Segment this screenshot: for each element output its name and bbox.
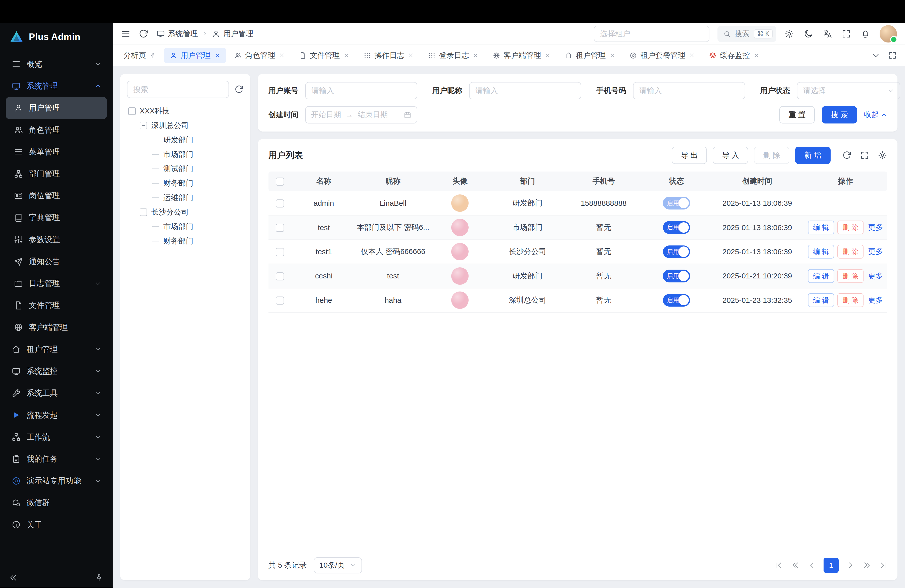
delete-button[interactable]: 删 除 <box>837 245 863 259</box>
sidebar-item-sys-tools[interactable]: 系统工具 <box>6 382 107 404</box>
sidebar-item-wechat-group[interactable]: 微信群 <box>6 492 107 514</box>
tree-node-shenzhen-hq[interactable]: −深圳总公司 <box>127 118 244 133</box>
tree-refresh-icon[interactable] <box>234 85 244 94</box>
sidebar-item-file-mgmt[interactable]: 文件管理 <box>6 294 107 316</box>
tab-file-mgmt[interactable]: 文件管理 <box>293 48 356 63</box>
jump-forward-icon[interactable] <box>862 561 871 569</box>
column-header[interactable]: 操作 <box>804 172 887 191</box>
tab-analysis[interactable]: 分析页 <box>117 48 161 63</box>
row-avatar[interactable] <box>451 219 468 236</box>
sidebar-item-param-settings[interactable]: 参数设置 <box>6 229 107 251</box>
export-button[interactable]: 导 出 <box>672 147 707 164</box>
language-icon[interactable] <box>822 29 832 39</box>
row-avatar[interactable] <box>451 243 468 260</box>
table-settings-gear-icon[interactable] <box>878 151 887 160</box>
close-icon[interactable] <box>753 52 760 59</box>
close-icon[interactable] <box>343 52 349 59</box>
tree-node-cs-finance-dept[interactable]: 财务部门 <box>127 234 244 248</box>
global-search-button[interactable]: 搜索 ⌘ K <box>718 25 776 42</box>
import-button[interactable]: 导 入 <box>713 147 748 164</box>
tree-node-test-dept[interactable]: 测试部门 <box>127 162 244 176</box>
first-page-icon[interactable] <box>775 561 784 569</box>
sidebar-item-my-tasks[interactable]: 我的任务 <box>6 448 107 470</box>
status-toggle[interactable]: 启用 <box>663 245 690 258</box>
next-page-icon[interactable] <box>846 561 855 569</box>
column-header[interactable]: 状态 <box>642 172 710 191</box>
tree-node-changsha-branch[interactable]: −长沙分公司 <box>127 205 244 219</box>
fullscreen-icon[interactable] <box>841 29 851 39</box>
page-size-select[interactable]: 10条/页 <box>314 557 362 574</box>
table-refresh-icon[interactable] <box>842 151 851 160</box>
last-page-icon[interactable] <box>878 561 887 569</box>
close-icon[interactable] <box>689 52 695 59</box>
sidebar-item-tenant-mgmt[interactable]: 租户管理 <box>6 338 107 360</box>
collapse-sidebar-icon[interactable] <box>9 574 18 582</box>
select-all-checkbox[interactable] <box>276 178 284 186</box>
breadcrumb-item-user[interactable]: 用户管理 <box>212 29 253 39</box>
sidebar-item-overview[interactable]: 概览 <box>6 53 107 75</box>
column-header[interactable]: 名称 <box>291 172 356 191</box>
tree-node-rd-dept[interactable]: 研发部门 <box>127 133 244 147</box>
tab-client-mgmt[interactable]: 客户端管理 <box>487 48 557 63</box>
sidebar-item-system-mgmt[interactable]: 系统管理 <box>6 75 107 97</box>
dark-mode-moon-icon[interactable] <box>803 29 813 39</box>
tree-node-cs-market-dept[interactable]: 市场部门 <box>127 219 244 234</box>
tab-tenant-pkg-mgmt[interactable]: 租户套餐管理 <box>624 48 701 63</box>
user-account-input[interactable] <box>305 82 417 99</box>
collapse-filters-link[interactable]: 收起 <box>864 110 887 120</box>
pin-sidebar-icon[interactable] <box>95 574 103 582</box>
tree-collapse-icon[interactable]: − <box>128 107 136 115</box>
refresh-page-icon[interactable] <box>138 29 148 39</box>
delete-button[interactable]: 删 除 <box>837 269 863 283</box>
more-button[interactable]: 更多 <box>868 271 883 281</box>
row-avatar[interactable] <box>451 267 468 285</box>
status-toggle[interactable]: 启用 <box>663 294 690 307</box>
more-button[interactable]: 更多 <box>868 246 883 257</box>
sidebar-item-workflow[interactable]: 工作流 <box>6 426 107 448</box>
tab-op-log[interactable]: 操作日志 <box>358 48 420 63</box>
row-checkbox[interactable] <box>276 297 284 305</box>
sidebar-item-dict-mgmt[interactable]: 字典管理 <box>6 207 107 229</box>
tree-node-ops-dept[interactable]: 运维部门 <box>127 191 244 205</box>
tree-collapse-icon[interactable]: − <box>140 208 147 216</box>
sidebar-item-sys-monitor[interactable]: 系统监控 <box>6 360 107 382</box>
sidebar-item-log-mgmt[interactable]: 日志管理 <box>6 273 107 294</box>
delete-button[interactable]: 删 除 <box>837 293 863 307</box>
tab-role-mgmt[interactable]: 角色管理 <box>229 48 291 63</box>
notifications-bell-icon[interactable] <box>861 29 870 39</box>
more-button[interactable]: 更多 <box>868 222 883 233</box>
more-button[interactable]: 更多 <box>868 295 883 305</box>
status-toggle[interactable]: 启用 <box>663 197 690 210</box>
sidebar-item-demo-features[interactable]: 演示站专用功能 <box>6 470 107 492</box>
row-checkbox[interactable] <box>276 224 284 232</box>
tabs-dropdown-chevron-icon[interactable] <box>872 51 880 60</box>
close-icon[interactable] <box>279 52 285 59</box>
sidebar-item-menu-mgmt[interactable]: 菜单管理 <box>6 141 107 163</box>
row-checkbox[interactable] <box>276 248 284 256</box>
add-button[interactable]: 新 增 <box>795 147 830 164</box>
column-header[interactable]: 头像 <box>430 172 490 191</box>
user-status-select[interactable]: 请选择 <box>797 82 900 99</box>
tabs-actions-icon[interactable] <box>888 51 897 60</box>
table-fullscreen-icon[interactable] <box>860 151 869 160</box>
tree-collapse-icon[interactable]: − <box>140 122 147 129</box>
close-icon[interactable] <box>214 52 221 59</box>
edit-button[interactable]: 编 辑 <box>808 245 834 259</box>
search-button[interactable]: 搜 索 <box>822 106 857 124</box>
close-icon[interactable] <box>472 52 479 59</box>
breadcrumb-item-system[interactable]: 系统管理 <box>156 29 198 39</box>
edit-button[interactable]: 编 辑 <box>808 293 834 307</box>
row-avatar[interactable] <box>451 291 468 309</box>
close-icon[interactable] <box>545 52 551 59</box>
close-icon[interactable] <box>609 52 615 59</box>
edit-button[interactable]: 编 辑 <box>808 269 834 283</box>
tab-login-log[interactable]: 登录日志 <box>422 48 485 63</box>
tree-search-input[interactable] <box>127 81 229 98</box>
sidebar-item-user-mgmt[interactable]: 用户管理 <box>6 97 107 119</box>
user-nickname-input[interactable] <box>469 82 581 99</box>
column-header[interactable]: 创建时间 <box>710 172 804 191</box>
reset-button[interactable]: 重 置 <box>779 106 815 124</box>
user-avatar[interactable] <box>880 25 897 43</box>
tree-node-market-dept[interactable]: 市场部门 <box>127 147 244 162</box>
delete-button[interactable]: 删 除 <box>754 147 789 164</box>
